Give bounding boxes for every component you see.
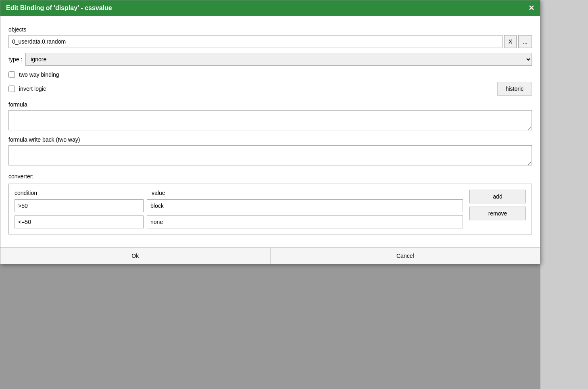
invert-logic-label: invert logic (19, 86, 46, 92)
two-way-binding-row: two way binding (8, 71, 532, 78)
formula-writeback-label: formula write back (two way) (8, 136, 532, 143)
two-way-binding-label: two way binding (19, 71, 59, 78)
converter-data-area: condition value (15, 190, 463, 228)
add-button[interactable]: add (469, 190, 526, 203)
formula-writeback-section: formula write back (two way) (8, 136, 532, 173)
close-button[interactable]: ✕ (528, 4, 534, 12)
condition-input-2[interactable] (15, 215, 144, 228)
condition-header: condition (15, 190, 152, 196)
type-select[interactable]: ignore value condition formula (25, 53, 532, 66)
historic-button[interactable]: historic (497, 82, 532, 96)
formula-textarea[interactable] (8, 110, 532, 130)
remove-button[interactable]: remove (469, 207, 526, 220)
formula-writeback-textarea[interactable] (8, 145, 532, 165)
converter-header: condition value (15, 190, 463, 196)
invert-logic-historic-row: invert logic historic (8, 82, 532, 96)
table-row (15, 199, 463, 212)
dialog-title: Edit Binding of 'display' - cssvalue (6, 4, 112, 12)
invert-logic-checkbox[interactable] (8, 86, 15, 92)
converter-label: converter: (8, 173, 532, 180)
ok-button[interactable]: Ok (0, 248, 271, 264)
condition-input-1[interactable] (15, 199, 144, 212)
type-row: type : ignore value condition formula (8, 53, 532, 66)
table-row (15, 215, 463, 228)
dialog-footer: Ok Cancel (0, 247, 540, 264)
objects-input[interactable] (8, 35, 503, 48)
dialog-body: objects X ... type : ignore value condit… (0, 16, 540, 247)
objects-label: objects (8, 26, 532, 33)
objects-row: X ... (8, 35, 532, 48)
browse-button[interactable]: ... (518, 35, 532, 48)
dialog-title-bar: Edit Binding of 'display' - cssvalue ✕ (0, 0, 540, 16)
invert-logic-row: invert logic (8, 86, 46, 92)
value-input-2[interactable] (147, 215, 463, 228)
formula-section: formula (8, 101, 532, 136)
formula-label: formula (8, 101, 532, 108)
cancel-button[interactable]: Cancel (271, 248, 540, 264)
converter-rows (15, 199, 463, 228)
converter-box: condition value (8, 184, 532, 234)
converter-main: condition value (15, 190, 526, 228)
two-way-binding-checkbox[interactable] (8, 71, 15, 78)
clear-button[interactable]: X (504, 35, 517, 48)
value-header: value (152, 190, 463, 196)
converter-actions: add remove (469, 190, 526, 220)
value-input-1[interactable] (147, 199, 463, 212)
type-label: type : (8, 56, 22, 63)
